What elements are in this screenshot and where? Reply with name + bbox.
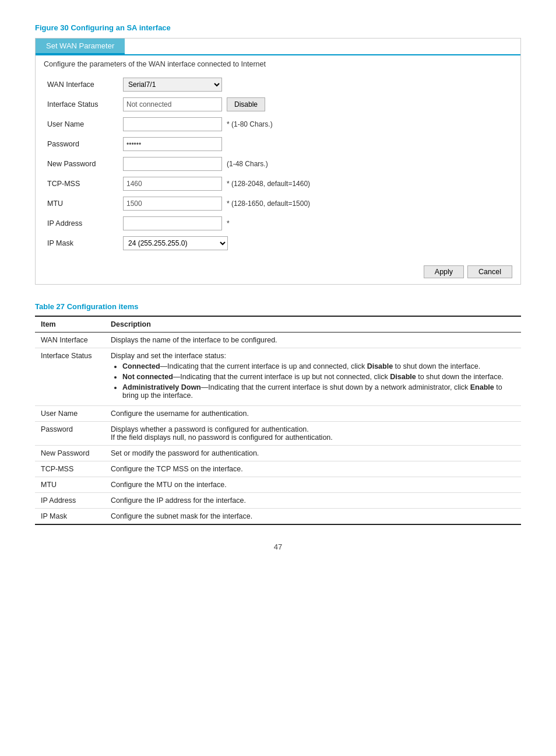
new-password-input[interactable]: [123, 157, 222, 171]
bullet-admin-down: Administratively Down—Indicating that th…: [122, 383, 515, 400]
label-user-name: User Name: [47, 120, 123, 128]
form-row-mtu: MTU * (128-1650, default=1500): [47, 195, 509, 212]
item-cell: Interface Status: [35, 348, 105, 406]
item-cell: MTU: [35, 477, 105, 493]
page-number: 47: [35, 542, 521, 551]
label-wan-interface: WAN Interface: [47, 80, 123, 89]
item-cell: IP Address: [35, 493, 105, 509]
form-row-ip-mask: IP Mask 24 (255.255.255.0): [47, 235, 509, 251]
label-ip-address: IP Address: [47, 219, 123, 228]
item-cell: Password: [35, 422, 105, 446]
desc-cell: Configure the IP address for the interfa…: [105, 493, 521, 509]
wan-interface-select[interactable]: Serial7/1: [123, 78, 222, 92]
desc-cell: Configure the MTU on the interface.: [105, 477, 521, 493]
table-row: MTU Configure the MTU on the interface.: [35, 477, 521, 493]
form-row-wan-interface: WAN Interface Serial7/1: [47, 76, 509, 93]
table-row: TCP-MSS Configure the TCP MSS on the int…: [35, 461, 521, 477]
tcp-mss-hint: * (128-2048, default=1460): [227, 180, 310, 188]
form-row-ip-address: IP Address *: [47, 215, 509, 232]
item-cell: IP Mask: [35, 509, 105, 525]
panel-description: Configure the parameters of the WAN inte…: [36, 55, 520, 73]
col-header-item: Item: [35, 316, 105, 332]
table-row: IP Address Configure the IP address for …: [35, 493, 521, 509]
disable-button[interactable]: Disable: [227, 97, 265, 111]
panel-tab[interactable]: Set WAN Parameter: [36, 38, 125, 54]
form-row-password: Password: [47, 136, 509, 152]
table-title: Table 27 Configuration items: [35, 302, 521, 311]
wan-parameter-panel: Set WAN Parameter Configure the paramete…: [35, 38, 521, 285]
ip-address-hint: *: [227, 219, 230, 228]
item-cell: New Password: [35, 446, 105, 461]
config-table: Item Description WAN Interface Displays …: [35, 316, 521, 525]
password-input[interactable]: [123, 137, 222, 151]
form-row-tcp-mss: TCP-MSS * (128-2048, default=1460): [47, 176, 509, 192]
figure-title: Figure 30 Configuring an SA interface: [35, 23, 521, 32]
table-header-row: Item Description: [35, 316, 521, 332]
desc-bullets: Connected—Indicating that the current in…: [111, 362, 515, 400]
table-row: WAN Interface Displays the name of the i…: [35, 332, 521, 348]
desc-cell: Configure the username for authenticatio…: [105, 406, 521, 422]
tcp-mss-input[interactable]: [123, 177, 222, 191]
interface-status-input: [123, 97, 222, 111]
desc-cell: Display and set the interface status: Co…: [105, 348, 521, 406]
table-row: IP Mask Configure the subnet mask for th…: [35, 509, 521, 525]
table-row: Password Displays whether a password is …: [35, 422, 521, 446]
mtu-hint: * (128-1650, default=1500): [227, 200, 310, 208]
label-ip-mask: IP Mask: [47, 239, 123, 247]
mtu-input[interactable]: [123, 197, 222, 211]
apply-button[interactable]: Apply: [424, 265, 464, 278]
item-cell: User Name: [35, 406, 105, 422]
button-row: Apply Cancel: [36, 262, 520, 284]
desc-intro: Display and set the interface status:: [111, 352, 515, 360]
label-tcp-mss: TCP-MSS: [47, 180, 123, 188]
label-password: Password: [47, 140, 123, 148]
table-row: New Password Set or modify the password …: [35, 446, 521, 461]
desc-cell: Displays the name of the interface to be…: [105, 332, 521, 348]
panel-tab-row: Set WAN Parameter: [36, 38, 520, 55]
desc-cell: Set or modify the password for authentic…: [105, 446, 521, 461]
user-name-input[interactable]: [123, 117, 222, 131]
cancel-button[interactable]: Cancel: [467, 265, 512, 278]
password-desc-line2: If the field displays null, no password …: [111, 433, 515, 442]
item-cell: WAN Interface: [35, 332, 105, 348]
label-mtu: MTU: [47, 200, 123, 208]
desc-cell: Configure the TCP MSS on the interface.: [105, 461, 521, 477]
table-row: User Name Configure the username for aut…: [35, 406, 521, 422]
bullet-not-connected: Not connected—Indicating that the curren…: [122, 373, 515, 381]
password-desc-line1: Displays whether a password is configure…: [111, 425, 515, 433]
col-header-description: Description: [105, 316, 521, 332]
bullet-connected: Connected—Indicating that the current in…: [122, 362, 515, 370]
desc-cell: Displays whether a password is configure…: [105, 422, 521, 446]
new-password-hint: (1-48 Chars.): [227, 160, 268, 168]
form-area: WAN Interface Serial7/1 Interface Status…: [36, 73, 520, 262]
form-row-user-name: User Name * (1-80 Chars.): [47, 116, 509, 132]
ip-address-input[interactable]: [123, 216, 222, 230]
item-cell: TCP-MSS: [35, 461, 105, 477]
label-new-password: New Password: [47, 160, 123, 168]
form-row-interface-status: Interface Status Disable: [47, 96, 509, 113]
label-interface-status: Interface Status: [47, 100, 123, 108]
ip-mask-select[interactable]: 24 (255.255.255.0): [123, 236, 228, 250]
user-name-hint: * (1-80 Chars.): [227, 120, 273, 128]
form-row-new-password: New Password (1-48 Chars.): [47, 156, 509, 172]
desc-cell: Configure the subnet mask for the interf…: [105, 509, 521, 525]
table-row: Interface Status Display and set the int…: [35, 348, 521, 406]
status-row: Disable: [123, 97, 265, 111]
